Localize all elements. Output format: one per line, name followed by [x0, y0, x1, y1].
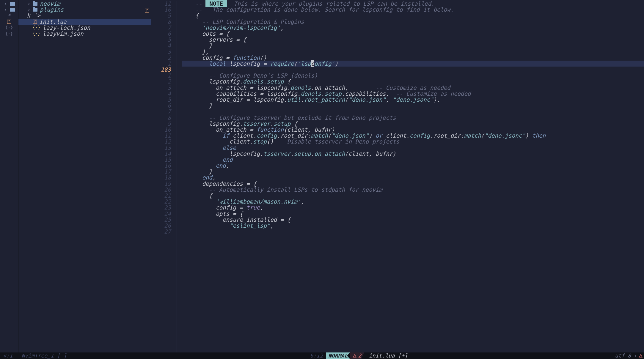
line-number: 14 [151, 151, 171, 157]
line-number: 6 [151, 31, 171, 37]
code-line[interactable]: -- NOTE This is where your plugins relat… [182, 1, 644, 7]
tree-file-lazy-lock-json[interactable]: {·} lazy-lock.json [18, 25, 151, 31]
line-number: 11 [151, 133, 171, 138]
code-line[interactable]: on_attach = function(client, bufnr) [182, 127, 644, 133]
line-number: 5 [151, 97, 171, 103]
tree-label: lazy-lock.json [43, 25, 90, 31]
code-line[interactable]: lspconfig.tsserver.setup.on_attach(clien… [182, 151, 644, 157]
line-number: 8 [151, 19, 171, 25]
line-number: 22 [151, 199, 171, 204]
code-line[interactable] [182, 108, 644, 114]
code-line[interactable]: end, [182, 174, 644, 180]
line-number: 1 [151, 73, 171, 78]
fold-column [174, 0, 182, 352]
code-line[interactable]: end, [182, 163, 644, 169]
code-line[interactable]: client.stop() -- Disable tsserver in Den… [182, 138, 644, 144]
line-number: 19 [151, 181, 171, 187]
code-line[interactable]: 'neovim/nvim-lspconfig', [182, 25, 644, 31]
line-number: 26 [151, 223, 171, 229]
json-icon: {·} [33, 32, 40, 36]
code-line[interactable]: lspconfig.tsserver.setup { [182, 121, 644, 127]
code-line[interactable]: on_attach = lspconfig.denols.on_attach, … [182, 85, 644, 91]
status-diagnostics[interactable]: 2 [350, 352, 364, 359]
code-line[interactable]: { [182, 12, 644, 18]
line-number: 7 [151, 25, 171, 31]
warning-icon [353, 354, 356, 358]
code-line[interactable] [182, 67, 644, 73]
line-number: 9 [151, 121, 171, 127]
code-editor[interactable]: 1110987654321183123456789101112131415161… [151, 0, 644, 352]
code-line[interactable]: config = true, [182, 204, 644, 210]
chevron-right-icon: › [27, 1, 30, 7]
line-number: 12 [151, 138, 171, 144]
code-line[interactable]: } [182, 42, 644, 48]
code-line[interactable]: servers = { [182, 37, 644, 42]
line-number: 27 [151, 229, 171, 234]
code-line[interactable]: root_dir = lspconfig.util.root_pattern("… [182, 97, 644, 103]
code-line[interactable]: "eslint_lsp", [182, 223, 644, 229]
folder-icon [10, 8, 15, 12]
code-line[interactable]: opts = { [182, 211, 644, 217]
code-line[interactable]: 'williamboman/mason.nvim', [182, 199, 644, 204]
line-number: 5 [151, 37, 171, 42]
tree-text: k '> [18, 12, 151, 18]
code-line[interactable]: -- Automatically install LSPs to stdpath… [182, 187, 644, 193]
code-line[interactable]: { [182, 193, 644, 199]
line-number: 20 [151, 187, 171, 193]
line-number: 7 [151, 108, 171, 114]
tree-label: k '> [27, 12, 40, 18]
line-number: 9 [151, 12, 171, 18]
chevron-right-icon: › [3, 1, 7, 7]
folder-icon [33, 8, 37, 12]
line-number: 4 [151, 42, 171, 48]
code-line[interactable]: dependencies = { [182, 181, 644, 187]
code-line[interactable]: local lspconfig = require('lspconfig') [182, 61, 644, 67]
line-number: 10 [151, 7, 171, 12]
code-line[interactable]: lspconfig.denols.setup { [182, 78, 644, 84]
code-line[interactable]: if client.config.root_dir:match("deno.js… [182, 133, 644, 138]
code-line[interactable]: } [182, 103, 644, 108]
code-line[interactable]: ensure_installed = { [182, 217, 644, 223]
code-line[interactable]: end [182, 157, 644, 163]
line-number: 16 [151, 163, 171, 169]
tree-folder-neovim[interactable]: › neovim [18, 1, 151, 7]
code-line[interactable]: else [182, 145, 644, 151]
status-diag-count: 2 [358, 353, 361, 358]
status-mode: NORMAL [326, 352, 350, 359]
line-number: 21 [151, 193, 171, 199]
status-untracked-icon: ? [145, 9, 149, 13]
star-icon: * [7, 12, 11, 18]
tree-folder-plugins[interactable]: › plugins ? [18, 7, 151, 12]
tree-file-init-lua[interactable]: ? init.lua [18, 19, 151, 25]
status-tree-title: NvimTree_1 [-] [19, 352, 70, 359]
code-line[interactable]: capabilities = lspconfig.denols.setup.ca… [182, 91, 644, 97]
line-number: 8 [151, 115, 171, 121]
line-number: 1 [151, 61, 171, 67]
code-line[interactable]: }, [182, 49, 644, 55]
line-number: 11 [151, 1, 171, 7]
line-number: 183 [151, 67, 171, 73]
folder-icon [33, 2, 37, 6]
file-tree[interactable]: › neovim › plugins ? k '> ? init.lua {·}… [18, 0, 151, 352]
code-line[interactable]: config = function() [182, 55, 644, 61]
line-number: 6 [151, 103, 171, 108]
line-number: 2 [151, 78, 171, 84]
sign-column: › › * ? {·} {·} [0, 0, 18, 352]
line-number: 23 [151, 204, 171, 210]
code-line[interactable]: -- Configure Deno's LSP (denols) [182, 73, 644, 78]
code-line[interactable]: } [182, 169, 644, 174]
status-separator: ‹ [633, 353, 637, 358]
code-line[interactable]: -- LSP Configuration & Plugins [182, 19, 644, 25]
status-filename: init.lua [+] [364, 352, 411, 359]
json-icon: {·} [5, 25, 13, 30]
line-number: 3 [151, 49, 171, 55]
line-number: 2 [151, 55, 171, 61]
code-line[interactable]: opts = { [182, 31, 644, 37]
code-lines[interactable]: -- NOTE This is where your plugins relat… [182, 0, 644, 352]
line-number: 4 [151, 91, 171, 97]
tree-label: lazyvim.json [43, 31, 83, 37]
tree-file-lazyvim-json[interactable]: {·} lazyvim.json [18, 31, 151, 37]
code-line[interactable]: -- The configuration is done below. Sear… [182, 7, 644, 12]
code-line[interactable]: -- Configure tsserver but exclude it fro… [182, 115, 644, 121]
file-status-icon: ? [7, 20, 11, 24]
